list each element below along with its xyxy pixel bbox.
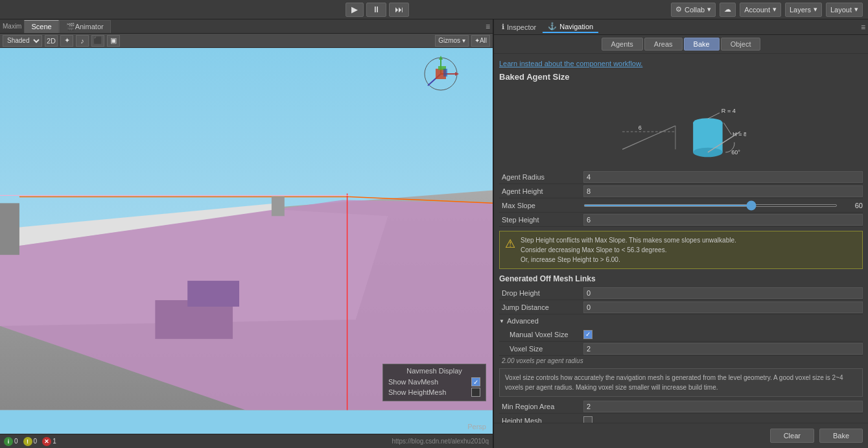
agent-radius-input[interactable] <box>583 171 863 183</box>
step-height-row: Step Height <box>499 213 863 227</box>
jump-distance-row: Jump Distance <box>499 300 863 314</box>
error-badge: ✕ 1 <box>42 437 56 446</box>
top-toolbar: ▶ ⏸ ⏭ ⚙ Collab ▾ ☁ Account ▾ Layers ▾ La… <box>0 0 868 19</box>
scene-viewport[interactable]: Persp Navmesh Display Show NavMesh Show … <box>0 48 493 434</box>
collab-icon: ⚙ <box>675 5 682 14</box>
play-button[interactable]: ▶ <box>346 3 364 17</box>
inspector-tab-label: Inspector <box>507 23 536 31</box>
collab-button[interactable]: ⚙ Collab ▾ <box>671 3 716 17</box>
jump-distance-label: Jump Distance <box>499 303 583 311</box>
animator-tab-label: Animator <box>75 23 104 30</box>
voxel-size-input[interactable] <box>583 343 863 355</box>
layout-button[interactable]: Layout ▾ <box>826 3 863 17</box>
info-badge: i 0 <box>4 437 18 446</box>
nav-subtabs: Agents Areas Bake Object <box>494 35 868 54</box>
persp-label: Persp <box>467 423 486 430</box>
max-slope-slider-container: 60 <box>583 202 863 209</box>
maximize-label: Maxim <box>0 23 24 30</box>
warn-count: 0 <box>34 438 38 445</box>
object-subtab[interactable]: Object <box>721 38 761 51</box>
voxel-info: 2.00 voxels per agent radius <box>499 356 863 366</box>
max-slope-value: 60 <box>840 202 863 209</box>
shading-dropdown[interactable]: Shaded <box>3 35 42 47</box>
layers-label: Layers <box>790 6 811 14</box>
baked-agent-size-title: Baked Agent Size <box>499 72 863 82</box>
svg-point-26 <box>693 148 722 158</box>
bake-subtab[interactable]: Bake <box>684 38 720 51</box>
right-tabs: ℹ Inspector ⚓ Navigation <box>497 21 598 33</box>
inspector-tab[interactable]: ℹ Inspector <box>497 21 541 33</box>
clear-button[interactable]: Clear <box>770 429 814 443</box>
navmesh-display-panel: Navmesh Display Show NavMesh Show Height… <box>382 364 486 401</box>
aspect-button[interactable]: ▣ <box>107 35 120 47</box>
svg-rect-8 <box>272 196 285 216</box>
agent-radius-label: Agent Radius <box>499 173 583 181</box>
scene-tab[interactable]: Scene <box>24 20 58 33</box>
pause-button[interactable]: ⏸ <box>366 3 386 17</box>
status-items: i 0 ! 0 ✕ 1 <box>4 437 56 446</box>
audio-button[interactable]: ♪ <box>76 35 89 47</box>
cloud-icon: ☁ <box>724 5 731 14</box>
animator-tab[interactable]: 🎬 Animator <box>59 20 111 33</box>
height-mesh-checkbox[interactable] <box>583 416 592 423</box>
agent-height-row: Agent Height <box>499 184 863 198</box>
error-icon: ✕ <box>42 437 51 446</box>
drop-height-input[interactable] <box>583 287 863 299</box>
account-label: Account <box>744 6 770 14</box>
svg-line-29 <box>723 123 731 134</box>
gizmos-button[interactable]: Gizmos ▾ <box>435 35 469 47</box>
url-display: https://blog.csdn.net/alexhu2010q <box>392 438 489 445</box>
workflow-link[interactable]: Learn instead about the component workfl… <box>499 60 642 67</box>
agent-height-input[interactable] <box>583 185 863 197</box>
step-height-input[interactable] <box>583 214 863 226</box>
height-mesh-row: Height Mesh <box>499 414 863 423</box>
viewport-gizmo <box>421 54 460 93</box>
fx-button[interactable]: ✦ <box>60 35 73 47</box>
warn-badge: ! 0 <box>23 437 38 446</box>
scene-svg <box>0 48 493 410</box>
advanced-toggle[interactable]: ▼ Advanced <box>499 317 863 325</box>
layers-button[interactable]: Layers ▾ <box>785 3 822 17</box>
search-all-button[interactable]: ✦All <box>471 35 490 47</box>
right-tab-row: ℹ Inspector ⚓ Navigation ≡ <box>494 19 868 35</box>
svg-text:R = 4: R = 4 <box>721 108 735 114</box>
svg-rect-6 <box>187 281 239 307</box>
min-region-input[interactable] <box>583 401 863 412</box>
overflow-menu[interactable]: ≡ <box>483 22 493 31</box>
warning-text: Step Height conflicts with Max Slope. Th… <box>521 235 736 265</box>
jump-distance-input[interactable] <box>583 301 863 313</box>
show-heightmesh-checkbox[interactable] <box>471 388 480 397</box>
step-button[interactable]: ⏭ <box>389 3 409 17</box>
areas-subtab[interactable]: Areas <box>644 38 683 51</box>
manual-voxel-checkbox[interactable] <box>583 330 592 339</box>
voxel-size-label: Voxel Size <box>499 345 583 353</box>
scene-tabs: Maxim Scene 🎬 Animator ≡ <box>0 19 493 34</box>
animator-icon: 🎬 <box>66 23 75 31</box>
cloud-button[interactable]: ☁ <box>720 3 736 17</box>
navigation-icon: ⚓ <box>548 22 557 30</box>
svg-rect-7 <box>0 203 19 255</box>
manual-voxel-row: Manual Voxel Size <box>499 327 863 342</box>
display-button[interactable]: ⬛ <box>91 35 104 47</box>
inspector-icon: ℹ <box>502 23 504 31</box>
layers-arrow: ▾ <box>814 5 817 14</box>
agents-subtab[interactable]: Agents <box>602 38 643 51</box>
off-mesh-links-title: Generated Off Mesh Links <box>499 274 863 283</box>
panel-menu[interactable]: ≡ <box>861 23 865 32</box>
account-button[interactable]: Account ▾ <box>740 3 781 17</box>
navmesh-display-title: Navmesh Display <box>388 367 480 375</box>
account-arrow: ▾ <box>773 5 777 14</box>
navigation-tab-label: Navigation <box>559 23 593 30</box>
collab-label: Collab <box>685 6 705 14</box>
agent-height-label: Agent Height <box>499 187 583 195</box>
svg-text:6: 6 <box>638 124 641 131</box>
collab-arrow: ▾ <box>707 5 711 14</box>
max-slope-slider[interactable] <box>583 204 838 207</box>
svg-text:60°: 60° <box>731 149 740 156</box>
warning-box: ⚠ Step Height conflicts with Max Slope. … <box>499 231 863 269</box>
2d-toggle[interactable]: 2D <box>45 35 58 47</box>
navigation-tab[interactable]: ⚓ Navigation <box>543 21 598 33</box>
show-navmesh-checkbox[interactable] <box>471 377 480 386</box>
voxel-desc: Voxel size controls how accurately the n… <box>499 368 863 397</box>
bake-button[interactable]: Bake <box>819 429 863 443</box>
